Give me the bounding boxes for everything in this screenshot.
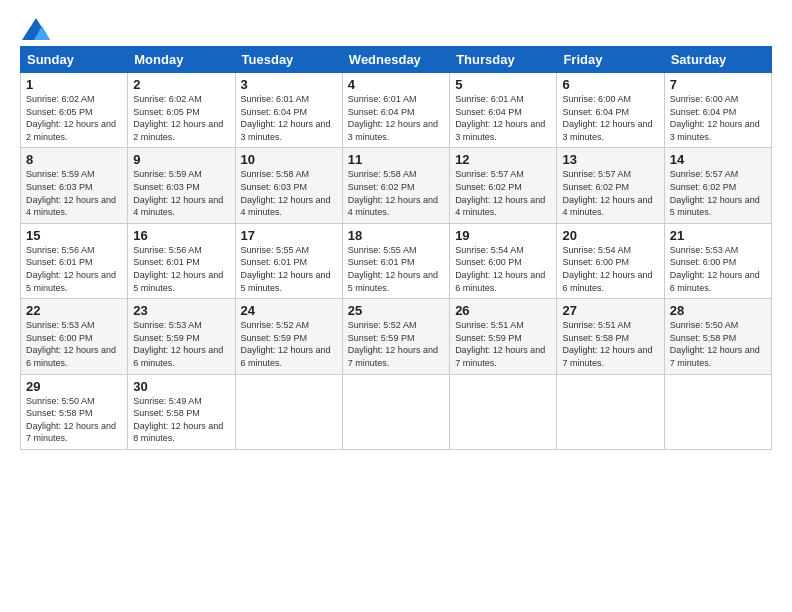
day-number: 8 <box>26 152 122 167</box>
day-number: 29 <box>26 379 122 394</box>
day-number: 15 <box>26 228 122 243</box>
day-info: Sunrise: 5:59 AM Sunset: 6:03 PM Dayligh… <box>26 169 116 217</box>
calendar-cell: 10 Sunrise: 5:58 AM Sunset: 6:03 PM Dayl… <box>235 148 342 223</box>
day-info: Sunrise: 5:58 AM Sunset: 6:02 PM Dayligh… <box>348 169 438 217</box>
day-info: Sunrise: 5:57 AM Sunset: 6:02 PM Dayligh… <box>562 169 652 217</box>
day-info: Sunrise: 5:57 AM Sunset: 6:02 PM Dayligh… <box>455 169 545 217</box>
day-number: 26 <box>455 303 551 318</box>
day-number: 4 <box>348 77 444 92</box>
calendar-cell: 5 Sunrise: 6:01 AM Sunset: 6:04 PM Dayli… <box>450 73 557 148</box>
calendar-cell: 1 Sunrise: 6:02 AM Sunset: 6:05 PM Dayli… <box>21 73 128 148</box>
day-info: Sunrise: 5:50 AM Sunset: 5:58 PM Dayligh… <box>670 320 760 368</box>
calendar-cell: 29 Sunrise: 5:50 AM Sunset: 5:58 PM Dayl… <box>21 374 128 449</box>
calendar-cell: 22 Sunrise: 5:53 AM Sunset: 6:00 PM Dayl… <box>21 299 128 374</box>
calendar-cell <box>664 374 771 449</box>
day-info: Sunrise: 5:51 AM Sunset: 5:58 PM Dayligh… <box>562 320 652 368</box>
logo <box>20 18 50 40</box>
calendar-cell: 8 Sunrise: 5:59 AM Sunset: 6:03 PM Dayli… <box>21 148 128 223</box>
day-info: Sunrise: 5:51 AM Sunset: 5:59 PM Dayligh… <box>455 320 545 368</box>
calendar-cell: 13 Sunrise: 5:57 AM Sunset: 6:02 PM Dayl… <box>557 148 664 223</box>
col-header-saturday: Saturday <box>664 47 771 73</box>
calendar-cell <box>450 374 557 449</box>
calendar-cell: 6 Sunrise: 6:00 AM Sunset: 6:04 PM Dayli… <box>557 73 664 148</box>
day-number: 14 <box>670 152 766 167</box>
day-number: 11 <box>348 152 444 167</box>
day-number: 9 <box>133 152 229 167</box>
col-header-wednesday: Wednesday <box>342 47 449 73</box>
day-info: Sunrise: 6:01 AM Sunset: 6:04 PM Dayligh… <box>348 94 438 142</box>
week-row-2: 8 Sunrise: 5:59 AM Sunset: 6:03 PM Dayli… <box>21 148 772 223</box>
day-number: 25 <box>348 303 444 318</box>
calendar-cell: 11 Sunrise: 5:58 AM Sunset: 6:02 PM Dayl… <box>342 148 449 223</box>
day-info: Sunrise: 6:02 AM Sunset: 6:05 PM Dayligh… <box>26 94 116 142</box>
col-header-friday: Friday <box>557 47 664 73</box>
day-number: 13 <box>562 152 658 167</box>
day-info: Sunrise: 5:53 AM Sunset: 5:59 PM Dayligh… <box>133 320 223 368</box>
day-number: 10 <box>241 152 337 167</box>
day-number: 22 <box>26 303 122 318</box>
calendar-cell: 19 Sunrise: 5:54 AM Sunset: 6:00 PM Dayl… <box>450 223 557 298</box>
day-number: 5 <box>455 77 551 92</box>
calendar-cell: 25 Sunrise: 5:52 AM Sunset: 5:59 PM Dayl… <box>342 299 449 374</box>
col-header-monday: Monday <box>128 47 235 73</box>
day-number: 17 <box>241 228 337 243</box>
day-info: Sunrise: 5:59 AM Sunset: 6:03 PM Dayligh… <box>133 169 223 217</box>
day-info: Sunrise: 6:01 AM Sunset: 6:04 PM Dayligh… <box>241 94 331 142</box>
day-info: Sunrise: 6:00 AM Sunset: 6:04 PM Dayligh… <box>562 94 652 142</box>
header <box>20 18 772 36</box>
day-number: 20 <box>562 228 658 243</box>
day-number: 2 <box>133 77 229 92</box>
day-info: Sunrise: 6:00 AM Sunset: 6:04 PM Dayligh… <box>670 94 760 142</box>
calendar-cell: 7 Sunrise: 6:00 AM Sunset: 6:04 PM Dayli… <box>664 73 771 148</box>
col-header-tuesday: Tuesday <box>235 47 342 73</box>
calendar-cell: 14 Sunrise: 5:57 AM Sunset: 6:02 PM Dayl… <box>664 148 771 223</box>
day-number: 27 <box>562 303 658 318</box>
calendar-cell: 23 Sunrise: 5:53 AM Sunset: 5:59 PM Dayl… <box>128 299 235 374</box>
day-info: Sunrise: 5:50 AM Sunset: 5:58 PM Dayligh… <box>26 396 116 444</box>
day-number: 19 <box>455 228 551 243</box>
week-row-4: 22 Sunrise: 5:53 AM Sunset: 6:00 PM Dayl… <box>21 299 772 374</box>
day-info: Sunrise: 6:02 AM Sunset: 6:05 PM Dayligh… <box>133 94 223 142</box>
day-number: 24 <box>241 303 337 318</box>
calendar-cell: 3 Sunrise: 6:01 AM Sunset: 6:04 PM Dayli… <box>235 73 342 148</box>
day-number: 23 <box>133 303 229 318</box>
col-header-sunday: Sunday <box>21 47 128 73</box>
day-number: 21 <box>670 228 766 243</box>
day-info: Sunrise: 5:53 AM Sunset: 6:00 PM Dayligh… <box>670 245 760 293</box>
col-header-thursday: Thursday <box>450 47 557 73</box>
calendar-cell: 17 Sunrise: 5:55 AM Sunset: 6:01 PM Dayl… <box>235 223 342 298</box>
day-info: Sunrise: 5:58 AM Sunset: 6:03 PM Dayligh… <box>241 169 331 217</box>
calendar-cell <box>235 374 342 449</box>
day-info: Sunrise: 5:55 AM Sunset: 6:01 PM Dayligh… <box>241 245 331 293</box>
logo-area <box>20 18 50 36</box>
header-row: SundayMondayTuesdayWednesdayThursdayFrid… <box>21 47 772 73</box>
calendar-cell: 18 Sunrise: 5:55 AM Sunset: 6:01 PM Dayl… <box>342 223 449 298</box>
day-info: Sunrise: 5:52 AM Sunset: 5:59 PM Dayligh… <box>348 320 438 368</box>
calendar-table: SundayMondayTuesdayWednesdayThursdayFrid… <box>20 46 772 450</box>
day-info: Sunrise: 6:01 AM Sunset: 6:04 PM Dayligh… <box>455 94 545 142</box>
day-number: 12 <box>455 152 551 167</box>
calendar-cell: 30 Sunrise: 5:49 AM Sunset: 5:58 PM Dayl… <box>128 374 235 449</box>
calendar-cell: 26 Sunrise: 5:51 AM Sunset: 5:59 PM Dayl… <box>450 299 557 374</box>
day-info: Sunrise: 5:56 AM Sunset: 6:01 PM Dayligh… <box>133 245 223 293</box>
day-info: Sunrise: 5:49 AM Sunset: 5:58 PM Dayligh… <box>133 396 223 444</box>
day-number: 3 <box>241 77 337 92</box>
calendar-cell: 28 Sunrise: 5:50 AM Sunset: 5:58 PM Dayl… <box>664 299 771 374</box>
day-number: 6 <box>562 77 658 92</box>
week-row-3: 15 Sunrise: 5:56 AM Sunset: 6:01 PM Dayl… <box>21 223 772 298</box>
calendar-cell: 20 Sunrise: 5:54 AM Sunset: 6:00 PM Dayl… <box>557 223 664 298</box>
calendar-cell: 15 Sunrise: 5:56 AM Sunset: 6:01 PM Dayl… <box>21 223 128 298</box>
day-info: Sunrise: 5:57 AM Sunset: 6:02 PM Dayligh… <box>670 169 760 217</box>
day-info: Sunrise: 5:55 AM Sunset: 6:01 PM Dayligh… <box>348 245 438 293</box>
calendar-cell: 9 Sunrise: 5:59 AM Sunset: 6:03 PM Dayli… <box>128 148 235 223</box>
day-number: 1 <box>26 77 122 92</box>
day-info: Sunrise: 5:54 AM Sunset: 6:00 PM Dayligh… <box>562 245 652 293</box>
calendar-cell: 2 Sunrise: 6:02 AM Sunset: 6:05 PM Dayli… <box>128 73 235 148</box>
calendar-cell <box>557 374 664 449</box>
calendar-cell: 4 Sunrise: 6:01 AM Sunset: 6:04 PM Dayli… <box>342 73 449 148</box>
calendar-cell: 12 Sunrise: 5:57 AM Sunset: 6:02 PM Dayl… <box>450 148 557 223</box>
day-info: Sunrise: 5:52 AM Sunset: 5:59 PM Dayligh… <box>241 320 331 368</box>
day-number: 30 <box>133 379 229 394</box>
calendar-cell: 16 Sunrise: 5:56 AM Sunset: 6:01 PM Dayl… <box>128 223 235 298</box>
day-info: Sunrise: 5:54 AM Sunset: 6:00 PM Dayligh… <box>455 245 545 293</box>
